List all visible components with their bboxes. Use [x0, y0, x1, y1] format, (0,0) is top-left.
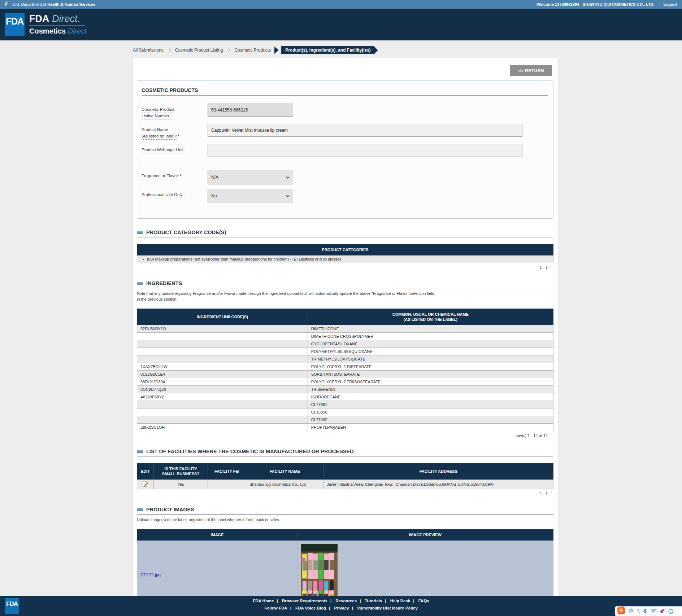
- logout-link[interactable]: Logout: [664, 2, 677, 6]
- table-row: A8289P68Y2ISODODECANE: [137, 393, 553, 401]
- ime-punctuation-icon[interactable]: °,: [637, 609, 639, 614]
- table-row: DIMETHICONE CROSSPOLYMER: [137, 333, 553, 340]
- footer-link-privacy[interactable]: Privacy: [334, 606, 349, 610]
- unii-code: [137, 416, 308, 424]
- ime-skin-icon[interactable]: [660, 609, 665, 613]
- footer-link-vulnerability-disclosure[interactable]: Vulnerability Disclosure Policy: [357, 606, 418, 610]
- collapse-dash-icon[interactable]: [137, 282, 143, 285]
- table-row: TRIMETHYLSILOXYSILICATE: [137, 355, 553, 363]
- cosmetic-products-title: COSMETIC PRODUCTS: [142, 87, 548, 96]
- fragrance-select[interactable]: N/A: [208, 170, 293, 184]
- table-row: CYCLOPENTASILOXANE: [137, 340, 553, 348]
- dept-text: U.S. Department of Health & Human Servic…: [12, 2, 96, 6]
- dept-prefix: U.S. Department of: [12, 2, 46, 6]
- facilities-section-title: LIST OF FACILITIES WHERE THE COSMETIC IS…: [146, 449, 353, 454]
- footer-link-follow-fda[interactable]: Follow FDA: [264, 606, 287, 610]
- category-section-header: PRODUCT CATEGORY CODE(S): [137, 230, 553, 237]
- fda-logo: FDA: [5, 13, 25, 36]
- return-button[interactable]: << RETURN: [510, 65, 552, 76]
- footer-links: FDA Home| Browser Requirements| Resource…: [0, 599, 682, 610]
- table-row: Yes Shantou Qiji Cosmetics Co., Ltd Jia'…: [137, 480, 553, 489]
- table-row: CI 77891: [137, 401, 553, 409]
- app-title-italic: Direct: [52, 13, 78, 24]
- ingredients-section-title: INGREDIENTS: [146, 280, 182, 286]
- product-images-section-header: PRODUCT IMAGES: [137, 507, 553, 515]
- footer-link-fda-voice-blog[interactable]: FDA Voice Blog: [295, 606, 326, 610]
- unii-code: Z8IX2SC1OH: [137, 424, 308, 431]
- topbar-divider: [659, 2, 659, 7]
- ingredients-pagination: row(s) 1 - 14 of 14: [137, 433, 548, 438]
- chevron-right-icon: [167, 48, 171, 52]
- facilities-table: EDIT IS THIS FACILITY SMALL BUSINESS? FA…: [137, 463, 553, 489]
- cosmetic-products-panel: COSMETIC PRODUCTS Cosmetic Product Listi…: [137, 80, 553, 219]
- unii-code: [137, 355, 308, 363]
- product-images-note: Upload image(s) of the label, any sides …: [137, 517, 553, 523]
- product-name-label: Product Name (As listed on label):*: [142, 124, 208, 140]
- unii-code: A8289P68Y2: [137, 393, 308, 401]
- ime-keyboard-icon[interactable]: [651, 609, 656, 613]
- listing-number-input[interactable]: [208, 104, 293, 117]
- breadcrumb: All Submissions Cosmetic Product Listing…: [133, 46, 682, 54]
- chevron-down-icon: [286, 175, 290, 179]
- footer-link-resources[interactable]: Resources: [335, 599, 357, 603]
- breadcrumb-cosmetic-products[interactable]: Cosmetic Products: [234, 48, 271, 53]
- collapse-dash-icon[interactable]: [137, 450, 143, 453]
- ingredient-name: TRIBEHENIN: [308, 386, 553, 393]
- app-title-bold: FDA: [29, 13, 49, 24]
- edit-facility-button[interactable]: [143, 481, 148, 487]
- breadcrumb-all-submissions[interactable]: All Submissions: [133, 48, 164, 53]
- footer-link-tutorials[interactable]: Tutorials: [365, 599, 382, 603]
- sogou-logo-icon[interactable]: S: [617, 606, 626, 615]
- listing-number-row: Cosmetic Product Listing Number:: [142, 104, 548, 119]
- professional-use-select[interactable]: No: [208, 189, 293, 203]
- footer-link-help-desk[interactable]: Help Desk: [390, 599, 410, 603]
- dept-name: Health & Human Services: [47, 2, 95, 6]
- webpage-link-input[interactable]: [208, 144, 522, 157]
- product-name-row: Product Name (As listed on label):*: [142, 124, 548, 140]
- chevron-down-icon: [286, 194, 290, 197]
- footer-link-faqs[interactable]: FAQs: [418, 599, 429, 603]
- ingredient-name: SORBITAN ISOSTEARATE: [308, 371, 553, 378]
- category-value: (08) Makeup preparations (not eye)(other…: [147, 257, 342, 261]
- ingredients-section-header: INGREDIENTS: [137, 280, 553, 288]
- bullet-icon: •: [143, 257, 144, 261]
- unii-code: [137, 401, 308, 409]
- unii-code: [137, 340, 308, 348]
- breadcrumb-arrowhead-icon: [274, 47, 279, 54]
- footer-link-browser-requirements[interactable]: Browser Requirements: [282, 599, 327, 603]
- app-title-dot: .: [78, 13, 81, 24]
- table-row: 01S2G2C1E4SORBITAN ISOSTEARATE: [137, 371, 553, 378]
- product-name-input[interactable]: [208, 124, 522, 137]
- table-row: Z8IX2SC1OHPROPYLPARABEN: [137, 424, 553, 431]
- table-row: CI 15850: [137, 409, 553, 416]
- facility-small-business: Yes: [154, 480, 208, 489]
- ime-emoji-icon[interactable]: [668, 609, 673, 614]
- app-subtitle: Cosmetics Direct: [29, 26, 87, 36]
- breadcrumb-cosmetic-product-listing[interactable]: Cosmetic Product Listing: [175, 48, 223, 53]
- table-row: 68DUY2D39APOLYGLYCERYL-2 TRIISOSTEARATE: [137, 378, 553, 386]
- image-file-link[interactable]: CP172.jpg: [140, 572, 161, 577]
- professional-use-selected-value: No: [211, 193, 217, 198]
- webpage-link-label: Product Webpage Link:: [142, 144, 208, 153]
- table-row: 8OC9U7TQZ0TRIBEHENIN: [137, 386, 553, 393]
- small-business-column-header: IS THIS FACILITY SMALL BUSINESS?: [154, 463, 208, 480]
- chevron-right-icon: [227, 48, 231, 52]
- unii-code: [137, 348, 308, 355]
- facility-name-column-header: FACILITY NAME: [246, 463, 323, 480]
- app-subtitle-bold: Cosmetics: [29, 27, 66, 35]
- fragrance-label: Fragrance or Flavor:*: [142, 170, 208, 179]
- ingredient-name: CI 77492: [308, 416, 553, 424]
- collapse-dash-icon[interactable]: [137, 508, 143, 511]
- image-column-header: IMAGE: [137, 529, 297, 541]
- ime-chinese-mode-icon[interactable]: 中: [629, 608, 634, 615]
- app-titles: FDA Direct. Cosmetics Direct: [29, 13, 87, 36]
- ime-microphone-icon[interactable]: [643, 609, 647, 614]
- facility-fei: [208, 480, 246, 489]
- unii-column-header: INGREDIENT UNII CODE(S): [137, 309, 308, 325]
- ingredient-name: POLYMETHYLSILSESQUIOXANE: [308, 348, 553, 355]
- pencil-icon: [143, 481, 148, 487]
- footer-link-fda-home[interactable]: FDA Home: [253, 599, 274, 603]
- collapse-dash-icon[interactable]: [137, 231, 143, 234]
- ingredient-name: CYCLOPENTASILOXANE: [308, 340, 553, 348]
- listing-number-label: Cosmetic Product Listing Number:: [142, 104, 208, 119]
